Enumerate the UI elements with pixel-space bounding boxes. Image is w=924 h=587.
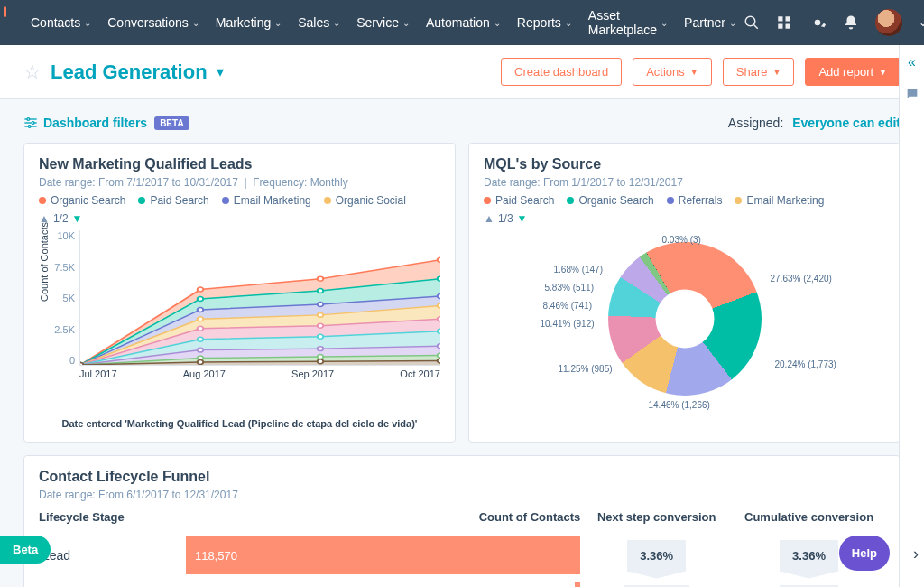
dashboard-filters-link[interactable]: Dashboard filters: [43, 116, 147, 130]
legend-item[interactable]: Paid Search: [484, 194, 554, 207]
y-tick: 5K: [63, 293, 75, 303]
svg-point-44: [80, 363, 83, 365]
svg-point-37: [198, 348, 204, 352]
svg-point-11: [28, 126, 31, 128]
chevron-down-icon: ⌄: [661, 18, 668, 28]
filters-row: Dashboard filters BETA Assigned: Everyon…: [23, 116, 901, 130]
nav-label: Service: [356, 15, 399, 30]
nav-asset-marketplace[interactable]: Asset Marketplace⌄: [581, 3, 675, 42]
svg-point-9: [27, 118, 30, 121]
share-button[interactable]: Share▼: [723, 58, 795, 86]
donut-slice-label: 20.24% (1,773): [775, 359, 836, 369]
nav-service[interactable]: Service⌄: [349, 3, 417, 42]
user-avatar[interactable]: [875, 9, 902, 36]
legend-label: Paid Search: [495, 194, 554, 207]
beta-pill[interactable]: Beta: [0, 536, 51, 564]
assigned-link[interactable]: Everyone can edit: [792, 116, 901, 130]
svg-point-14: [318, 276, 324, 281]
svg-point-25: [198, 317, 204, 321]
legend-item[interactable]: Organic Search: [39, 194, 125, 207]
legend-label: Organic Social: [336, 194, 406, 207]
actions-button[interactable]: Actions▼: [633, 58, 712, 86]
nav-automation[interactable]: Automation⌄: [419, 3, 508, 42]
marketplace-icon[interactable]: [776, 14, 792, 31]
legend-dot: [39, 197, 46, 204]
header-buttons: Create dashboard Actions▼ Share▼ Add rep…: [501, 58, 901, 86]
legend-label: Organic Search: [51, 194, 125, 207]
nav-label: Asset Marketplace: [588, 8, 657, 37]
add-report-button[interactable]: Add report▼: [805, 58, 901, 86]
help-pill[interactable]: Help: [839, 536, 890, 571]
funnel-header: Lifecycle Stage Count of Contacts Next s…: [39, 510, 885, 524]
beta-badge: BETA: [154, 116, 189, 130]
donut-slice-label: 1.68% (147): [554, 265, 603, 275]
expand-arrow-icon[interactable]: ›: [913, 545, 919, 564]
svg-rect-4: [778, 24, 782, 29]
content: Dashboard filters BETA Assigned: Everyon…: [0, 99, 924, 587]
svg-point-38: [318, 347, 324, 351]
svg-point-42: [318, 355, 324, 359]
favorite-star-icon[interactable]: ☆: [23, 61, 42, 84]
donut-slice-label: 11.25% (985): [559, 364, 613, 374]
pager-prev-icon[interactable]: ▲: [484, 212, 494, 225]
collapse-rail-icon[interactable]: «: [908, 54, 916, 70]
chevron-down-icon: ▼: [879, 68, 887, 77]
funnel-row: Lead118,5703.36%3.36%: [39, 536, 885, 574]
chat-icon[interactable]: [905, 87, 919, 101]
filter-icon[interactable]: [23, 117, 38, 128]
nav-conversations[interactable]: Conversations⌄: [100, 3, 207, 42]
legend-item[interactable]: Email Marketing: [222, 194, 311, 207]
chevron-down-icon: ⌄: [402, 18, 410, 28]
settings-icon[interactable]: [808, 14, 827, 32]
nav-label: Reports: [517, 15, 561, 30]
x-tick: Jul 2017: [79, 368, 117, 379]
nav-items: Contacts⌄Conversations⌄Marketing⌄Sales⌄S…: [23, 3, 744, 42]
nav-contacts[interactable]: Contacts⌄: [23, 3, 98, 42]
pager-text: 1/3: [498, 212, 513, 225]
conversion-tag: 3.36%: [627, 540, 686, 572]
svg-point-35: [438, 329, 440, 333]
top-nav: Contacts⌄Conversations⌄Marketing⌄Sales⌄S…: [0, 0, 924, 45]
pager-next-icon[interactable]: ▼: [72, 212, 83, 225]
y-tick: 7.5K: [54, 262, 75, 273]
legend-item[interactable]: Organic Search: [567, 194, 653, 207]
chevron-down-icon: ▼: [690, 68, 698, 77]
nav-sales[interactable]: Sales⌄: [291, 3, 347, 42]
notifications-icon[interactable]: [843, 14, 859, 31]
legend-dot: [567, 197, 574, 204]
svg-point-18: [318, 289, 324, 294]
account-menu-icon[interactable]: ⌄: [919, 16, 924, 29]
funnel-bar-cell: Marketing Qualified Lead3,984: [39, 582, 580, 587]
nav-reports[interactable]: Reports⌄: [510, 3, 579, 42]
search-icon[interactable]: [744, 14, 760, 31]
create-dashboard-button[interactable]: Create dashboard: [501, 58, 622, 86]
chevron-down-icon: ⌄: [729, 18, 736, 28]
x-tick: Aug 2017: [183, 368, 226, 379]
add-report-label: Add report: [818, 65, 873, 79]
pager-text: 1/2: [53, 212, 69, 225]
nav-marketing[interactable]: Marketing⌄: [208, 3, 289, 42]
pager: ▲ 1/2 ▼: [39, 212, 440, 225]
pager-next-icon[interactable]: ▼: [517, 212, 528, 225]
assigned-label: Assigned:: [728, 116, 783, 130]
svg-point-17: [198, 297, 204, 302]
assigned-block: Assigned: Everyone can edit: [728, 116, 901, 130]
svg-point-27: [438, 303, 440, 308]
donut-slice-label: 0.03% (3): [662, 235, 701, 245]
legend-item[interactable]: Referrals: [667, 194, 723, 207]
dashboard-switcher-icon[interactable]: ▾: [217, 63, 224, 80]
nav-label: Conversations: [107, 15, 189, 30]
svg-point-10: [32, 122, 34, 125]
nav-label: Sales: [298, 15, 329, 30]
nav-partner[interactable]: Partner⌄: [677, 3, 744, 42]
legend-item[interactable]: Paid Search: [138, 194, 208, 207]
legend-item[interactable]: Organic Social: [324, 194, 406, 207]
col-lifecycle-stage: Lifecycle Stage: [39, 510, 411, 524]
legend-dot: [735, 197, 742, 204]
svg-point-22: [318, 302, 324, 306]
card-title: Contact Lifecycle Funnel: [39, 469, 885, 485]
legend-dot: [484, 197, 491, 204]
svg-point-33: [198, 337, 204, 341]
legend-item[interactable]: Email Marketing: [735, 194, 824, 207]
nav-label: Partner: [684, 15, 725, 30]
